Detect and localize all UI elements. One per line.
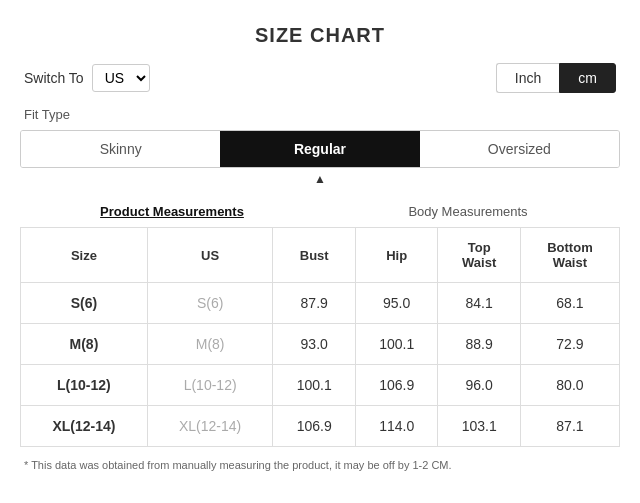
- cell-size: XL(12-14): [21, 406, 148, 447]
- fit-tab-skinny[interactable]: Skinny: [21, 131, 220, 167]
- table-row: XL(12-14) XL(12-14) 106.9 114.0 103.1 87…: [21, 406, 620, 447]
- size-table: Size US Bust Hip TopWaist BottomWaist S(…: [20, 227, 620, 447]
- col-us: US: [147, 228, 273, 283]
- cell-us: M(8): [147, 324, 273, 365]
- cell-top-waist: 88.9: [438, 324, 520, 365]
- cell-size: S(6): [21, 283, 148, 324]
- cell-hip: 114.0: [355, 406, 437, 447]
- cell-bust: 106.9: [273, 406, 355, 447]
- cell-bust: 87.9: [273, 283, 355, 324]
- top-controls: Switch To US EU UK Inch cm: [20, 63, 620, 93]
- col-bottom-waist: BottomWaist: [520, 228, 619, 283]
- cell-bottom-waist: 68.1: [520, 283, 619, 324]
- footnote: * This data was obtained from manually m…: [20, 459, 620, 471]
- unit-toggle: Inch cm: [496, 63, 616, 93]
- col-hip: Hip: [355, 228, 437, 283]
- product-measurements-tab[interactable]: Product Measurements: [24, 196, 320, 227]
- table-row: M(8) M(8) 93.0 100.1 88.9 72.9: [21, 324, 620, 365]
- cell-top-waist: 96.0: [438, 365, 520, 406]
- cell-size: M(8): [21, 324, 148, 365]
- inch-button[interactable]: Inch: [496, 63, 559, 93]
- table-header-row: Size US Bust Hip TopWaist BottomWaist: [21, 228, 620, 283]
- arrow-indicator: ▲: [20, 172, 620, 186]
- switch-to-group: Switch To US EU UK: [24, 64, 150, 92]
- fit-tab-regular[interactable]: Regular: [220, 131, 419, 167]
- switch-to-label: Switch To: [24, 70, 84, 86]
- active-tab-arrow: ▲: [220, 172, 420, 186]
- cell-size: L(10-12): [21, 365, 148, 406]
- cell-top-waist: 84.1: [438, 283, 520, 324]
- body-measurements-tab[interactable]: Body Measurements: [320, 196, 616, 227]
- cell-bottom-waist: 87.1: [520, 406, 619, 447]
- fit-type-tabs: Skinny Regular Oversized: [20, 130, 620, 168]
- cell-us: S(6): [147, 283, 273, 324]
- cell-bust: 100.1: [273, 365, 355, 406]
- col-size: Size: [21, 228, 148, 283]
- table-row: L(10-12) L(10-12) 100.1 106.9 96.0 80.0: [21, 365, 620, 406]
- cell-hip: 95.0: [355, 283, 437, 324]
- fit-tab-oversized[interactable]: Oversized: [420, 131, 619, 167]
- fit-type-label: Fit Type: [20, 107, 620, 122]
- cell-top-waist: 103.1: [438, 406, 520, 447]
- cell-hip: 106.9: [355, 365, 437, 406]
- measurement-tabs: Product Measurements Body Measurements: [20, 196, 620, 227]
- cell-bottom-waist: 72.9: [520, 324, 619, 365]
- cell-bust: 93.0: [273, 324, 355, 365]
- region-select[interactable]: US EU UK: [92, 64, 150, 92]
- cell-us: XL(12-14): [147, 406, 273, 447]
- col-top-waist: TopWaist: [438, 228, 520, 283]
- page-title: SIZE CHART: [20, 10, 620, 63]
- cell-bottom-waist: 80.0: [520, 365, 619, 406]
- table-row: S(6) S(6) 87.9 95.0 84.1 68.1: [21, 283, 620, 324]
- col-bust: Bust: [273, 228, 355, 283]
- size-chart-container: SIZE CHART Switch To US EU UK Inch cm Fi…: [0, 0, 640, 491]
- cell-us: L(10-12): [147, 365, 273, 406]
- cell-hip: 100.1: [355, 324, 437, 365]
- cm-button[interactable]: cm: [559, 63, 616, 93]
